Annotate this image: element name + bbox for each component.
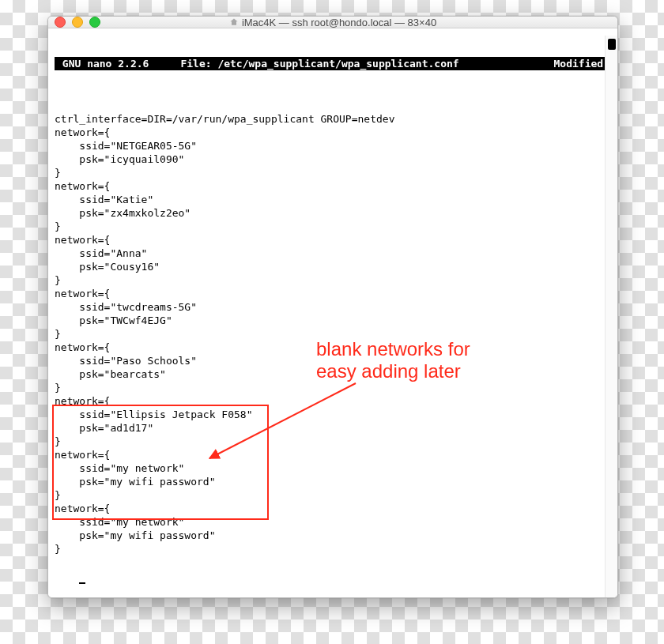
terminal-window: iMac4K — ssh root@hondo.local — 83×40 GN… [47, 16, 618, 598]
nano-modified-status: Modified [554, 58, 604, 70]
terminal-content[interactable]: GNU nano 2.2.6 File: /etc/wpa_supplicant… [48, 28, 617, 598]
nano-status-bar: GNU nano 2.2.6 File: /etc/wpa_supplicant… [55, 57, 611, 70]
window-title: iMac4K — ssh root@hondo.local — 83×40 [48, 17, 617, 28]
zoom-icon[interactable] [89, 17, 100, 28]
window-title-text: iMac4K — ssh root@hondo.local — 83×40 [242, 17, 436, 28]
text-cursor [79, 572, 85, 584]
close-icon[interactable] [55, 17, 66, 28]
traffic-lights [55, 17, 100, 28]
home-icon [229, 17, 239, 27]
nano-version: 2.2.6 [118, 58, 149, 70]
scrollbar[interactable] [605, 36, 617, 597]
nano-app-name: GNU nano [62, 58, 112, 70]
scroll-thumb[interactable] [608, 39, 616, 50]
titlebar[interactable]: iMac4K — ssh root@hondo.local — 83×40 [48, 17, 617, 28]
minimize-icon[interactable] [72, 17, 83, 28]
nano-file-label: File: [180, 58, 211, 70]
nano-file-path: /etc/wpa_supplicant/wpa_supplicant.conf [217, 58, 458, 70]
editor-body[interactable]: ctrl_interface=DIR=/var/run/wpa_supplica… [55, 97, 611, 557]
